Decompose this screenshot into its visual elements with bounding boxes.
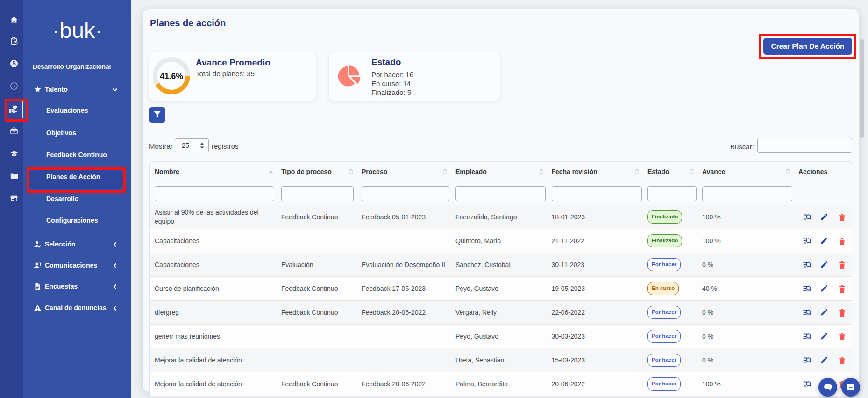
svg-text:$: $ (12, 60, 16, 67)
